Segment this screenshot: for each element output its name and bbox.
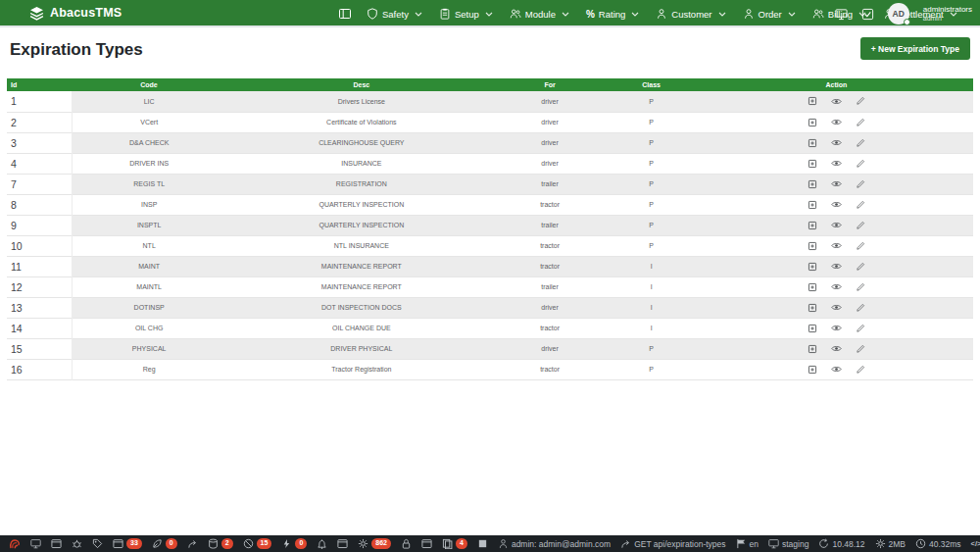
table-row[interactable]: 7 REGIS TL REGISTRATION trailer P (7, 174, 973, 194)
table-row[interactable]: 1 LIC Drivers License driver P (7, 91, 973, 112)
table-row[interactable]: 2 VCert Certificate of Violations driver… (7, 112, 973, 132)
table-row[interactable]: 9 INSPTL QUARTERLY INSPECTION trailer P (7, 215, 973, 235)
monitor-button[interactable] (835, 8, 848, 21)
view-button[interactable] (831, 117, 842, 127)
debugbar-tab-session[interactable] (332, 535, 353, 552)
brand-logo[interactable]: AbacusTMS (29, 6, 122, 21)
debugbar-locale[interactable]: en (731, 535, 763, 552)
edit-button[interactable] (856, 344, 865, 354)
table-row[interactable]: 12 MAINTL MAINTENANCE REPORT trailer I (7, 276, 973, 297)
debugbar-tab-jobs[interactable]: 0 (276, 535, 312, 552)
table-row[interactable]: 4 DRIVER INS INSURANCE driver P (7, 153, 973, 174)
edit-button[interactable] (856, 303, 865, 313)
add-button[interactable] (808, 221, 817, 230)
add-button[interactable] (808, 365, 817, 375)
edit-button[interactable] (856, 96, 865, 106)
table-row[interactable]: 15 PHYSICAL DRIVER PHYSICAL driver P (7, 338, 973, 359)
edit-button[interactable] (856, 138, 865, 148)
user-info[interactable]: administrators admin (923, 5, 972, 22)
table-row[interactable]: 10 NTL NTL INSURANCE tractor P (7, 235, 973, 256)
debugbar-tab-models[interactable]: 15 (238, 535, 277, 552)
add-button[interactable] (808, 200, 817, 210)
table-row[interactable]: 3 D&A CHECK CLEARINGHOUSE QUERY driver P (7, 132, 973, 153)
nav-item-rating[interactable]: % Rating (586, 9, 639, 20)
edit-button[interactable] (856, 282, 865, 292)
edit-button[interactable] (856, 200, 865, 210)
add-button[interactable] (808, 344, 817, 354)
debugbar-duration[interactable]: 40.32ms (910, 535, 966, 552)
debugbar-tab-request[interactable] (416, 535, 437, 552)
debugbar-tab-messages[interactable]: 33 (108, 535, 147, 552)
nav-item-order[interactable]: Order (743, 8, 796, 20)
column-header-code[interactable]: Code (72, 78, 226, 91)
add-button[interactable] (808, 303, 817, 313)
add-button[interactable] (808, 262, 817, 272)
debugbar-tab-stop[interactable] (472, 535, 493, 552)
edit-button[interactable] (856, 262, 865, 272)
edit-button[interactable] (856, 241, 865, 251)
debugbar-tab-gates[interactable]: 862 (353, 535, 396, 552)
table-row[interactable]: 8 INSP QUARTERLY INSPECTION tractor P (7, 194, 973, 215)
column-header-for[interactable]: For (497, 78, 603, 91)
debugbar-tab-timeline[interactable] (25, 535, 46, 552)
debugbar-php-version[interactable]: </>8.2.14 (966, 535, 980, 552)
new-expiration-type-button[interactable]: + New Expiration Type (860, 37, 970, 60)
add-button[interactable] (808, 241, 817, 251)
sidebar-toggle-icon[interactable] (338, 7, 352, 21)
view-button[interactable] (831, 178, 842, 189)
view-button[interactable] (831, 364, 842, 375)
debugbar-tab-tags[interactable] (87, 535, 108, 552)
nav-item-module[interactable]: Module (510, 8, 569, 20)
view-button[interactable] (831, 343, 842, 354)
table-row[interactable]: 16 Reg Tractor Registration tractor P (7, 359, 973, 379)
view-button[interactable] (831, 261, 842, 272)
column-header-class[interactable]: Class (603, 78, 700, 91)
edit-button[interactable] (856, 118, 865, 127)
nav-item-setup[interactable]: Setup (439, 8, 493, 20)
table-row[interactable]: 14 OIL CHG OIL CHANGE DUE tractor I (7, 318, 973, 338)
debugbar-logo[interactable] (4, 535, 25, 552)
table-row[interactable]: 11 MAINT MAINTENANCE REPORT tractor I (7, 256, 973, 276)
view-button[interactable] (831, 281, 842, 292)
edit-button[interactable] (856, 179, 865, 189)
debugbar-memory[interactable]: 2MB (870, 535, 910, 552)
edit-button[interactable] (856, 365, 865, 375)
debugbar-tab-views[interactable]: 0 (147, 535, 182, 552)
view-button[interactable] (831, 137, 842, 148)
column-header-id[interactable]: Id (7, 78, 72, 91)
add-button[interactable] (808, 138, 817, 148)
edit-button[interactable] (856, 159, 865, 169)
debugbar-route-info[interactable]: GET api/expiration-types (615, 535, 730, 552)
view-button[interactable] (831, 323, 842, 333)
edit-button[interactable] (856, 324, 865, 333)
view-button[interactable] (831, 158, 842, 169)
add-button[interactable] (808, 118, 817, 127)
debugbar-environment[interactable]: staging (763, 535, 813, 552)
view-button[interactable] (831, 302, 842, 313)
user-avatar[interactable]: AD (888, 3, 909, 25)
view-button[interactable] (831, 240, 842, 251)
view-button[interactable] (831, 220, 842, 230)
view-button[interactable] (831, 96, 842, 107)
debugbar-tab-cache[interactable]: 4 (437, 535, 472, 552)
add-button[interactable] (808, 159, 817, 169)
add-button[interactable] (808, 282, 817, 292)
add-button[interactable] (808, 96, 817, 106)
debugbar-tab-notifications[interactable] (312, 535, 332, 552)
tasks-button[interactable] (861, 8, 874, 21)
add-button[interactable] (808, 179, 817, 189)
debugbar-tab-queries[interactable]: 2 (203, 535, 238, 552)
edit-button[interactable] (856, 221, 865, 230)
column-header-desc[interactable]: Desc (226, 78, 497, 91)
nav-item-customer[interactable]: Customer (656, 8, 725, 20)
nav-item-safety[interactable]: Safety (367, 8, 422, 20)
debugbar-laravel-version[interactable]: 10.48.12 (813, 535, 869, 552)
table-row[interactable]: 13 DOTINSP DOT INSPECTION DOCS driver I (7, 297, 973, 318)
view-button[interactable] (831, 199, 842, 210)
debugbar-tab-auth[interactable] (396, 535, 416, 552)
debugbar-tab-exceptions[interactable] (67, 535, 87, 552)
debugbar-tab-route[interactable] (182, 535, 203, 552)
debugbar-tab-window[interactable] (46, 535, 67, 552)
add-button[interactable] (808, 324, 817, 333)
debugbar-auth-user[interactable]: admin: admin@admin.com (493, 535, 615, 552)
